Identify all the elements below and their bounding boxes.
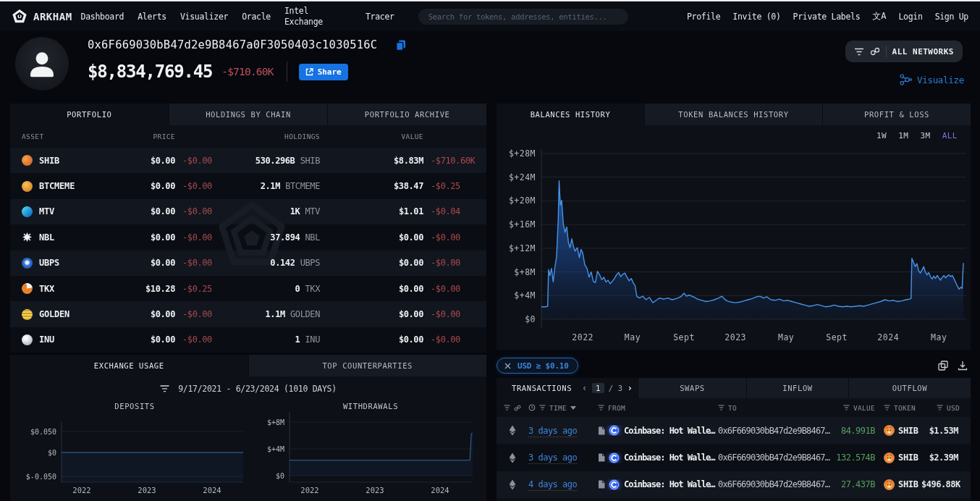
nav-private-labels[interactable]: Private Labels [793,12,861,22]
range-1w[interactable]: 1W [876,131,887,140]
tx-time[interactable]: 4 days ago [528,479,577,491]
tab-transactions[interactable]: TRANSACTIONS‹1/3› [497,378,638,398]
tx-from[interactable]: Coinbase: Hot Walle… [624,426,715,436]
col-from-label[interactable]: FROM [608,404,625,412]
search-input[interactable] [418,9,628,25]
usd-filter-chip[interactable]: USD ≥ $0.10 [497,358,578,374]
portfolio-row-btcmeme[interactable]: BTCMEME$0.00-$0.002.1M BTCMEME$38.47-$0.… [10,173,486,198]
filter-icon[interactable] [539,405,546,411]
filter-icon[interactable] [884,405,890,411]
asset-price-change: -$0.00 [182,232,224,243]
portfolio-row-golden[interactable]: GOLDEN$0.00-$0.001.1M GOLDEN$0.00-$0.00 [10,301,486,327]
copy-table-icon[interactable] [938,361,948,371]
asset-price: $0.00 [111,309,175,319]
svg-text:$+4M: $+4M [514,290,536,300]
nav-signup[interactable]: Sign Up [935,12,968,22]
tx-from[interactable]: Coinbase: Hot Walle… [624,479,715,489]
nav-intel-exchange[interactable]: Intel Exchange [284,6,323,27]
range-3m[interactable]: 3M [920,131,930,140]
nav-profile[interactable]: Profile [687,12,720,22]
tab-swaps[interactable]: SWAPS [638,378,746,398]
asset-holdings: 0.142 UBPS [224,258,320,268]
filter-icon[interactable] [598,405,604,411]
tab-token-balances-history[interactable]: TOKEN BALANCES HISTORY [644,104,822,125]
col-token-label[interactable]: TOKEN [894,404,916,412]
portfolio-row-shib[interactable]: SHIB$0.00-$0.00530.296B SHIB$8.83M-$710.… [10,148,486,173]
sort-caret-icon[interactable] [570,406,576,410]
divider [886,46,887,57]
portfolio-row-tkx[interactable]: TKX$10.28-$0.250 TKX$0.00-$0.00 [10,276,486,301]
arkham-logo[interactable]: ARKHAM [12,9,72,25]
filter-icon[interactable] [504,405,510,411]
pager-next[interactable]: › [628,383,633,393]
tx-to[interactable]: 0x6F669030bB47d2e9B8467… [718,426,834,436]
portfolio-row-mtv[interactable]: MTV$0.00-$0.001K MTV$1.01-$0.04 [10,199,486,224]
asset-value: $0.00 [320,258,423,268]
filter-icon[interactable] [843,405,850,411]
tab-balances-history[interactable]: BALANCES HISTORY [497,104,644,125]
nav-tracer[interactable]: Tracer [366,12,394,22]
tx-from[interactable]: Coinbase: Hot Walle… [624,452,715,463]
note-icon [598,480,605,489]
tx-time[interactable]: 3 days ago [528,426,577,437]
col-time-label[interactable]: TIME [549,404,567,412]
filter-icon[interactable] [160,385,169,392]
svg-text:DEPOSITS: DEPOSITS [114,402,154,411]
networks-selector[interactable]: ALL NETWORKS [845,41,963,62]
tab-exchange-usage[interactable]: EXCHANGE USAGE [10,355,248,376]
transaction-row[interactable]: 3 days agoCoinbase: Hot Walle…0x6F669030… [497,444,971,471]
filter-icon[interactable] [718,405,725,411]
tab-portfolio[interactable]: PORTFOLIO [10,104,169,125]
entity-header: 0x6F669030bB47d2e9B8467a0F3050403c103051… [0,31,980,101]
col-value-label[interactable]: VALUE [853,404,875,412]
note-icon [598,426,605,435]
tab-top-counterparties[interactable]: TOP COUNTERPARTIES [248,355,487,376]
nav-dashboard[interactable]: Dashboard [81,12,124,22]
clock-icon[interactable] [528,404,536,411]
tab-inflow[interactable]: INFLOW [746,378,848,398]
tx-usd: $496.88K [921,479,973,489]
transactions-table-header: TIME FROM TO VALUE TOKEN USD [497,398,971,417]
nav-visualizer[interactable]: Visualizer [180,12,228,22]
range-all[interactable]: ALL [942,131,958,140]
portfolio-row-ubps[interactable]: UBPS$0.00-$0.000.142 UBPS$0.00-$0.00 [10,250,486,276]
tx-value: 84.991B [834,426,875,436]
asset-holdings: 1.1M GOLDEN [224,309,320,319]
pager-prev[interactable]: ‹ [582,383,588,393]
tab-profit-loss[interactable]: PROFIT & LOSS [822,104,971,125]
nav-invite[interactable]: Invite (0) [732,12,780,22]
col-to-label[interactable]: TO [728,404,737,412]
download-icon[interactable] [958,361,968,371]
transaction-row[interactable]: 4 days agoCoinbase: Hot Walle…0x6F669030… [497,471,971,498]
visualize-link[interactable]: Visualize [900,74,964,85]
balances-history-chart[interactable]: $0$+4M$+8M$+12M$+16M$+20M$+24M$+28M2022M… [497,142,971,350]
nav-alerts[interactable]: Alerts [138,12,166,22]
col-usd-label[interactable]: USD [947,404,960,412]
share-button[interactable]: Share [299,64,348,80]
nav-login[interactable]: Login [899,12,923,22]
portfolio-row-nbl[interactable]: NBL$0.00-$0.0037.894 NBL$0.00-$0.00 [10,224,486,250]
svg-text:2024: 2024 [431,486,449,494]
asset-name: UBPS [39,258,59,268]
wallet-address[interactable]: 0x6F669030bB47d2e9B8467a0F3050403c103051… [88,38,377,51]
tab-outflow[interactable]: OUTFLOW [848,378,971,398]
chain-link-icon[interactable] [514,405,521,411]
tx-to[interactable]: 0x6F669030bB47d2e9B8467… [718,479,834,489]
translate-icon[interactable]: 文A [872,10,886,22]
tx-to[interactable]: 0x6F669030bB47d2e9B8467… [718,452,834,463]
nav-oracle[interactable]: Oracle [242,12,271,22]
asset-value: $38.47 [320,181,423,191]
svg-text:2023: 2023 [725,332,746,342]
date-range-row: 9/17/2021 - 6/23/2024 (1010 DAYS) [10,379,486,398]
portfolio-row-inu[interactable]: INU$0.00-$0.001 INU$0.00-$0.00 [10,327,486,353]
copy-address-icon[interactable] [396,40,406,51]
tab-portfolio-archive[interactable]: PORTFOLIO ARCHIVE [327,104,486,125]
deposits-withdrawals-charts[interactable]: DEPOSITSWITHDRAWALS$0.050$0$-0.050202220… [10,398,486,501]
balances-panel: BALANCES HISTORYTOKEN BALANCES HISTORYPR… [497,104,971,350]
transaction-row[interactable]: 3 days agoCoinbase: Hot Walle…0x6F669030… [497,417,971,444]
svg-text:$+24M: $+24M [509,172,536,182]
filter-icon[interactable] [937,405,943,411]
range-1m[interactable]: 1M [898,131,908,140]
tab-holdings-by-chain[interactable]: HOLDINGS BY CHAIN [169,104,328,125]
tx-time[interactable]: 3 days ago [528,452,577,464]
